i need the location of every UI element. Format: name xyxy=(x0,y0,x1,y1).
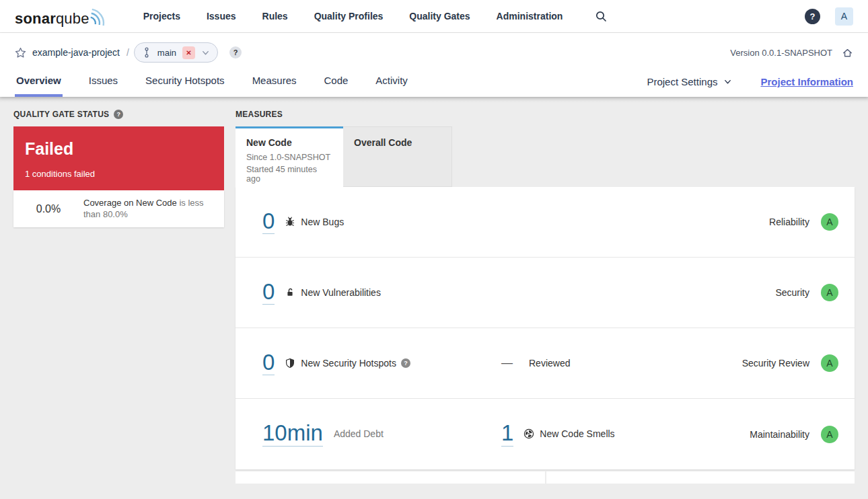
home-icon[interactable] xyxy=(842,47,853,59)
search-button[interactable] xyxy=(595,10,607,22)
new-vulnerabilities-count-link[interactable]: 0 xyxy=(262,280,275,305)
maintainability-rating: Maintainability A xyxy=(750,426,838,443)
branch-selector[interactable]: main ✕ xyxy=(134,42,218,63)
nav-item-quality-profiles[interactable]: Quality Profiles xyxy=(314,11,384,22)
nav-item-rules[interactable]: Rules xyxy=(262,11,288,22)
reliability-rating-badge: A xyxy=(821,213,838,231)
reliability-rating: Reliability A xyxy=(769,213,838,231)
tab-activity[interactable]: Activity xyxy=(374,68,409,97)
new-code-started: Started 45 minutes ago xyxy=(246,165,332,184)
project-version: Version 0.0.1-SNAPSHOT xyxy=(730,48,832,58)
quality-gate-title: QUALITY GATE STATUS xyxy=(13,110,109,119)
quality-gate-status: Failed xyxy=(25,139,213,159)
logo-text-light: qube xyxy=(56,10,89,27)
avatar-initial: A xyxy=(841,11,847,22)
hotspots-reviewed-measure: — Reviewed xyxy=(501,356,742,370)
user-avatar[interactable]: A xyxy=(835,7,853,26)
new-bugs-label: New Bugs xyxy=(301,217,344,227)
new-security-hotspots-count-link[interactable]: 0 xyxy=(262,351,275,376)
quality-gate-status-card: Failed 1 conditions failed xyxy=(13,126,224,190)
project-tabs: Overview Issues Security Hotspots Measur… xyxy=(15,68,409,97)
project-tab-bar: Overview Issues Security Hotspots Measur… xyxy=(0,68,868,97)
measures-title: MEASURES xyxy=(236,110,283,119)
new-code-smells-count-link[interactable]: 1 xyxy=(501,422,513,447)
new-code-smells-label: New Code Smells xyxy=(540,428,614,439)
search-icon xyxy=(595,10,607,22)
added-debt-link[interactable]: 10min xyxy=(262,422,323,447)
logo-text-bold: sonar xyxy=(15,10,56,27)
reliability-label: Reliability xyxy=(769,217,809,227)
question-icon: ? xyxy=(404,360,408,367)
question-icon: ? xyxy=(233,48,238,56)
branch-name: main xyxy=(157,48,176,58)
branch-icon xyxy=(142,47,151,58)
measures-panel: MEASURES New Code Since 1.0-SNAPSHOT Sta… xyxy=(236,109,855,488)
maintainability-rating-badge: A xyxy=(821,426,838,443)
breadcrumb-separator: / xyxy=(126,47,129,58)
tab-code[interactable]: Code xyxy=(322,68,349,97)
new-code-since: Since 1.0-SNAPSHOT xyxy=(246,153,332,162)
code-smell-icon xyxy=(523,428,534,439)
tab-bar-right: Project Settings Project Information xyxy=(647,76,853,97)
overview-content: QUALITY GATE STATUS ? Failed 1 condition… xyxy=(0,97,868,488)
logo-swoosh-icon xyxy=(89,6,110,26)
new-bugs-count-link[interactable]: 0 xyxy=(262,210,275,235)
help-icon: ? xyxy=(810,11,816,22)
bug-icon xyxy=(285,217,295,227)
main-nav-items: Projects Issues Rules Quality Profiles Q… xyxy=(143,11,563,22)
new-code-tab-label: New Code xyxy=(246,137,332,148)
measures-rows: 0 New Bugs Reliability A 0 xyxy=(236,187,855,469)
tab-issues[interactable]: Issues xyxy=(87,68,119,97)
sonarqube-logo[interactable]: sonarqube xyxy=(15,6,108,26)
quality-gate-conditions-summary: 1 conditions failed xyxy=(25,169,213,179)
project-settings-label: Project Settings xyxy=(647,76,717,87)
quality-gate-header: QUALITY GATE STATUS ? xyxy=(13,109,224,120)
security-review-rating: Security Review A xyxy=(742,354,838,372)
nav-item-quality-gates[interactable]: Quality Gates xyxy=(409,11,470,22)
breadcrumb: example-java-project / main ✕ ? Version … xyxy=(0,33,868,68)
chevron-down-icon xyxy=(723,77,732,86)
new-vulnerabilities-measure: 0 New Vulnerabilities xyxy=(262,280,501,305)
security-label: Security xyxy=(775,287,809,298)
tab-measures[interactable]: Measures xyxy=(251,68,298,97)
security-rating-badge: A xyxy=(821,284,838,301)
security-rating: Security A xyxy=(775,284,838,301)
security-hotspot-shield-icon xyxy=(285,358,295,369)
quality-gate-help-button[interactable]: ? xyxy=(114,110,123,119)
nav-item-issues[interactable]: Issues xyxy=(207,11,236,22)
failed-condition-row[interactable]: 0.0% Coverage on New Code is less than 8… xyxy=(13,190,224,227)
condition-description: Coverage on New Code is less than 80.0% xyxy=(83,198,215,220)
measures-header: MEASURES xyxy=(236,109,855,120)
project-header: example-java-project / main ✕ ? Version … xyxy=(0,33,868,97)
branch-help-button[interactable]: ? xyxy=(229,46,242,59)
measure-row-security-review: 0 New Security Hotspots ? — Reviewed Sec… xyxy=(236,328,855,399)
reviewed-label: Reviewed xyxy=(529,358,570,369)
help-button[interactable]: ? xyxy=(805,9,820,24)
favorite-star-icon[interactable] xyxy=(15,47,26,59)
chevron-down-icon xyxy=(201,48,210,57)
tab-new-code[interactable]: New Code Since 1.0-SNAPSHOT Started 45 m… xyxy=(236,126,343,187)
header-right: Version 0.0.1-SNAPSHOT xyxy=(730,47,853,59)
top-navigation-bar: sonarqube Projects Issues Rules Quality … xyxy=(0,0,868,33)
project-settings-menu[interactable]: Project Settings xyxy=(647,76,732,87)
nav-item-projects[interactable]: Projects xyxy=(143,11,180,22)
open-lock-icon xyxy=(285,287,295,298)
security-review-rating-badge: A xyxy=(821,354,838,372)
measure-row-reliability: 0 New Bugs Reliability A xyxy=(236,187,855,258)
sonarqube-logo-text: sonarqube xyxy=(15,11,89,26)
tab-overall-code[interactable]: Overall Code xyxy=(343,126,452,187)
new-code-smells-measure: 1 New Code Smells xyxy=(501,422,750,447)
tab-overview[interactable]: Overview xyxy=(15,68,63,97)
nav-item-administration[interactable]: Administration xyxy=(497,11,563,22)
added-debt-label: Added Debt xyxy=(334,428,384,439)
new-bugs-measure: 0 New Bugs xyxy=(262,210,501,235)
condition-value: 0.0% xyxy=(13,203,83,215)
project-information-link[interactable]: Project Information xyxy=(760,76,853,87)
branch-clear-button[interactable]: ✕ xyxy=(182,46,195,59)
breadcrumb-project-name[interactable]: example-java-project xyxy=(32,47,120,58)
security-review-label: Security Review xyxy=(742,358,809,369)
hotspots-help-button[interactable]: ? xyxy=(401,358,410,368)
tab-security-hotspots[interactable]: Security Hotspots xyxy=(144,68,226,97)
reviewed-dash-value: — xyxy=(501,356,512,370)
new-security-hotspots-measure: 0 New Security Hotspots ? xyxy=(262,351,501,376)
